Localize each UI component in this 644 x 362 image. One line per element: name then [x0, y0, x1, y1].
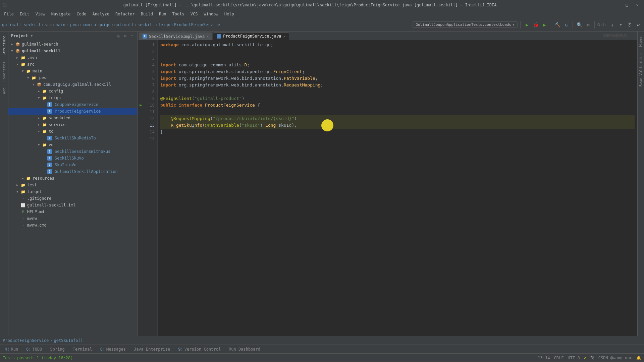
tree-item-to[interactable]: ▼ 📁 to [8, 128, 137, 135]
bottom-tab-run[interactable]: 4: Run [3, 346, 20, 352]
cursor-position[interactable]: 13:14 [538, 356, 550, 360]
build-btn[interactable]: 🔨 [554, 21, 561, 28]
left-tab-favorites[interactable]: Favorites [1, 59, 7, 84]
tree-item-scheduled[interactable]: ▶ 📁 scheduled [8, 115, 137, 121]
bc-productfeign[interactable]: ProductFeignService [174, 22, 220, 27]
tree-item-mvnw[interactable]: ▶ · mvnw [8, 215, 137, 222]
debug-btn[interactable]: 🐞 [532, 21, 539, 28]
bc-feign[interactable]: feign [158, 22, 170, 27]
bc-java[interactable]: java [69, 22, 79, 27]
bc-atguigu[interactable]: atguigu [94, 22, 111, 27]
tree-item-sessions[interactable]: ▶ C SeckillSessionsWithSkus [8, 148, 137, 155]
tree-item-target[interactable]: ▼ 📁 target [8, 188, 137, 195]
panel-gear-icon[interactable]: ⚙ [122, 33, 128, 39]
run-btn[interactable]: ▶ [523, 21, 531, 28]
menu-vcs[interactable]: VCS [188, 11, 201, 17]
tree-item-product-feign[interactable]: ▶ I ProductFeignService [8, 108, 137, 115]
tree-item-mvn[interactable]: ▶ 📁 .mvn [8, 54, 137, 61]
right-tab-bean-validation[interactable]: Bean Validation [638, 51, 644, 89]
menu-navigate[interactable]: Navigate [49, 11, 73, 17]
right-tab-maven[interactable]: Maven [638, 33, 644, 49]
gutter-line [138, 129, 144, 135]
line-separator[interactable]: CRLF [554, 356, 564, 360]
bc-bottom-method[interactable]: getSkuInfo() [54, 338, 83, 343]
window-controls[interactable]: ─ □ ✕ [612, 3, 641, 7]
tree-item-service[interactable]: ▶ 📁 service [8, 121, 137, 128]
menu-edit[interactable]: Edit [17, 11, 32, 17]
tree-item-gulimall-seckill[interactable]: ▼ 📦 gulimall-seckill [8, 48, 137, 54]
tab-close-icon[interactable]: ✕ [207, 35, 209, 38]
tree-item-gulimall-search[interactable]: ▶ 📦 gulimall-search [8, 41, 137, 48]
tree-item-feign[interactable]: ▼ 📁 feign [8, 95, 137, 101]
bottom-tab-run-dashboard[interactable]: Run Dashboard [227, 346, 262, 352]
menu-build[interactable]: Build [138, 11, 156, 17]
maximize-btn[interactable]: □ [623, 3, 631, 7]
panel-dropdown-arrow[interactable]: ▼ [31, 34, 33, 38]
menu-window[interactable]: Window [201, 11, 221, 17]
tab-seckill-service-impl[interactable]: C SeckillServiceImpl.java ✕ [139, 33, 212, 40]
menu-run[interactable]: Run [156, 11, 169, 17]
panel-locate-icon[interactable]: ◎ [116, 33, 121, 39]
bc-bottom-file[interactable]: ProductFeignService [3, 338, 49, 343]
gutter-line [138, 88, 144, 95]
close-btn[interactable]: ✕ [634, 3, 641, 7]
menu-analyze[interactable]: Analyze [90, 11, 112, 17]
menu-tools[interactable]: Tools [170, 11, 187, 17]
tree-item-main[interactable]: ▼ 📁 main [8, 68, 137, 74]
tab-close-icon[interactable]: ✕ [283, 35, 285, 38]
left-tab-structure[interactable]: Structure [1, 33, 7, 58]
bc-gulimall[interactable]: gulimall [114, 22, 134, 27]
tree-item-seckill-sku-redis-to[interactable]: ▶ C SeckillSkuRedisTo [8, 135, 137, 141]
git-update-btn[interactable]: ↓ [608, 21, 616, 28]
tree-item-src[interactable]: ▼ 📁 src [8, 61, 137, 68]
menu-file[interactable]: File [1, 11, 16, 17]
notification-icon[interactable]: 🔔 [636, 356, 641, 360]
tree-item-java[interactable]: ▼ 📁 java [8, 74, 137, 81]
run-gutter-btn[interactable]: ▶ [140, 102, 142, 109]
bottom-tab-messages[interactable]: 0: Messages [98, 346, 128, 352]
menu-code[interactable]: Code [74, 11, 89, 17]
bc-seckill2[interactable]: seckill [138, 22, 155, 27]
tree-item-iml[interactable]: ▶ ⬜ gulimall-seckill.iml [8, 202, 137, 208]
run-config-dropdown[interactable]: GulimallCouponApplicationTests.contextLo… [413, 21, 518, 28]
tree-item-coupon-feign[interactable]: ▶ I CouponFeignService [8, 101, 137, 108]
menu-view[interactable]: View [33, 11, 48, 17]
bottom-tab-java-enterprise[interactable]: Java Enterprise [132, 346, 172, 352]
left-tab-web[interactable]: Web [1, 85, 7, 97]
bc-src[interactable]: src [45, 22, 52, 27]
run-with-coverage-btn[interactable]: ▶ [541, 21, 548, 28]
bc-seckill[interactable]: gulimall-seckill [2, 22, 41, 27]
tree-item-sku-info-vo[interactable]: ▶ C SkuInfoVo [8, 162, 137, 168]
bottom-tab-todo[interactable]: 6: TODO [24, 346, 44, 352]
tree-item-gitignore[interactable]: ▶ · .gitignore [8, 195, 137, 202]
minimize-btn[interactable]: ─ [612, 3, 620, 7]
sync-btn[interactable]: ↻ [562, 21, 570, 28]
bc-main[interactable]: main [56, 22, 65, 27]
tree-item-seckill-sku-vo[interactable]: ▶ C SeckillSkuVo [8, 155, 137, 162]
bottom-tab-spring[interactable]: Spring [48, 346, 67, 352]
menu-refactor[interactable]: Refactor [113, 11, 138, 17]
git-push-btn[interactable]: ↑ [617, 21, 625, 28]
code-area[interactable]: package com.atguigu.gulimall.seckill.fei… [158, 40, 637, 336]
panel-hide-icon[interactable]: ─ [129, 33, 135, 39]
tree-item-resources[interactable]: ▶ 📁 resources [8, 175, 137, 182]
ime-indicator[interactable]: 英 [590, 355, 594, 361]
tree-item-app[interactable]: ▶ C GulimallSeckillApplication [8, 168, 137, 175]
menu-help[interactable]: Help [222, 11, 237, 17]
bc-com[interactable]: com [83, 22, 90, 27]
settings-btn[interactable]: ⚙ [584, 21, 592, 28]
tab-product-feign-service[interactable]: I ProductFeignService.java ✕ [213, 33, 289, 40]
git-history-btn[interactable]: ⏱ [626, 21, 633, 28]
tree-item-config[interactable]: ▶ 📁 config [8, 88, 137, 95]
bottom-tab-version-control[interactable]: 9: Version Control [176, 346, 223, 352]
tree-item-vo[interactable]: ▼ 📁 vo [8, 141, 137, 148]
class-icon: C [47, 169, 52, 174]
git-revert-btn[interactable]: ↩ [635, 21, 642, 28]
tree-item-test[interactable]: ▶ 📁 test [8, 182, 137, 188]
tree-item-mvnw-cmd[interactable]: ▶ · mvnw.cmd [8, 222, 137, 229]
search-btn[interactable]: 🔍 [576, 21, 583, 28]
bottom-tab-terminal[interactable]: Terminal [71, 346, 94, 352]
encoding[interactable]: UTF-8 [568, 356, 580, 360]
tree-item-package[interactable]: ▼ 📦 com.atguigu.gulimall.seckill [8, 81, 137, 88]
tree-item-help[interactable]: ▶ M HELP.md [8, 208, 137, 215]
